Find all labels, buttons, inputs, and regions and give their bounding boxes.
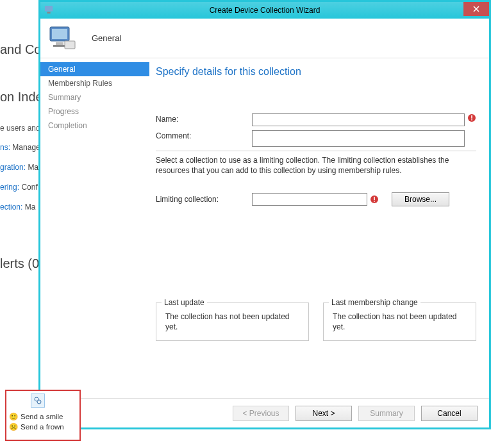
svg-rect-6 [65, 41, 75, 49]
wizard-footer: < Previous Next > Summary Cancel [40, 398, 489, 427]
people-icon [33, 396, 42, 405]
frown-icon: ☹️ [9, 422, 18, 431]
send-frown[interactable]: ☹️ Send a frown [9, 422, 77, 432]
titlebar[interactable]: Create Device Collection Wizard [40, 2, 489, 19]
step-general[interactable]: General [40, 62, 149, 76]
cancel-button[interactable]: Cancel [421, 406, 478, 421]
step-completion[interactable]: Completion [40, 119, 149, 133]
bg-row1: e users and [0, 124, 40, 133]
browse-button[interactable]: Browse... [392, 192, 449, 206]
next-button[interactable]: Next > [295, 406, 352, 421]
computer-icon [48, 24, 76, 53]
smile-icon: 🙂 [9, 412, 18, 421]
wizard-steps: General Membership Rules Summary Progres… [40, 58, 149, 398]
step-membership-rules[interactable]: Membership Rules [40, 76, 149, 90]
svg-rect-5 [53, 45, 66, 47]
error-icon [467, 113, 476, 122]
last-membership-legend: Last membership change [329, 298, 420, 307]
error-icon [370, 195, 379, 204]
svg-rect-12 [374, 201, 375, 203]
send-smile[interactable]: 🙂 Send a smile [9, 411, 77, 422]
step-summary[interactable]: Summary [40, 90, 149, 104]
page-title: General [92, 33, 121, 43]
feedback-menu: 🙂 Send a smile ☹️ Send a frown [5, 390, 81, 441]
svg-rect-3 [52, 29, 67, 39]
step-progress[interactable]: Progress [40, 104, 149, 119]
summary-button: Summary [358, 406, 415, 421]
wizard-content: Specify details for this collection Name… [149, 58, 489, 398]
svg-rect-4 [56, 42, 63, 45]
previous-button: < Previous [233, 406, 289, 421]
svg-rect-8 [471, 115, 472, 119]
name-label: Name: [156, 113, 252, 124]
limiting-help-text: Select a collection to use as a limiting… [156, 151, 476, 176]
window-title: Create Device Collection Wizard [210, 6, 320, 15]
limiting-label: Limiting collection: [156, 195, 252, 204]
name-input[interactable] [252, 113, 465, 126]
bg-heading-1: and Co [0, 42, 42, 57]
close-icon [473, 6, 479, 12]
comment-input[interactable] [252, 130, 465, 147]
last-membership-group: Last membership change The collection ha… [323, 303, 476, 341]
svg-rect-1 [47, 12, 50, 14]
limiting-collection-input[interactable] [252, 193, 367, 206]
last-update-text: The collection has not been updated yet. [165, 312, 302, 332]
send-frown-label: Send a frown [21, 423, 64, 431]
send-smile-label: Send a smile [21, 413, 63, 420]
svg-rect-11 [374, 197, 375, 200]
close-button[interactable] [463, 2, 489, 16]
app-icon [44, 5, 53, 14]
feedback-toggle[interactable] [31, 394, 45, 408]
svg-rect-9 [471, 119, 472, 120]
bg-alerts: lerts (0) [0, 256, 44, 271]
comment-label: Comment: [156, 130, 252, 140]
last-update-legend: Last update [162, 298, 207, 307]
wizard-window: Create Device Collection Wizard General … [38, 0, 491, 429]
svg-point-16 [37, 400, 41, 404]
last-update-group: Last update The collection has not been … [156, 303, 309, 341]
background-fragment: and Co on Index e users and ns: Manage g… [0, 0, 38, 448]
svg-rect-0 [45, 6, 53, 12]
content-heading: Specify details for this collection [156, 66, 476, 78]
header-band: General [40, 19, 489, 58]
last-membership-text: The collection has not been updated yet. [333, 312, 469, 332]
